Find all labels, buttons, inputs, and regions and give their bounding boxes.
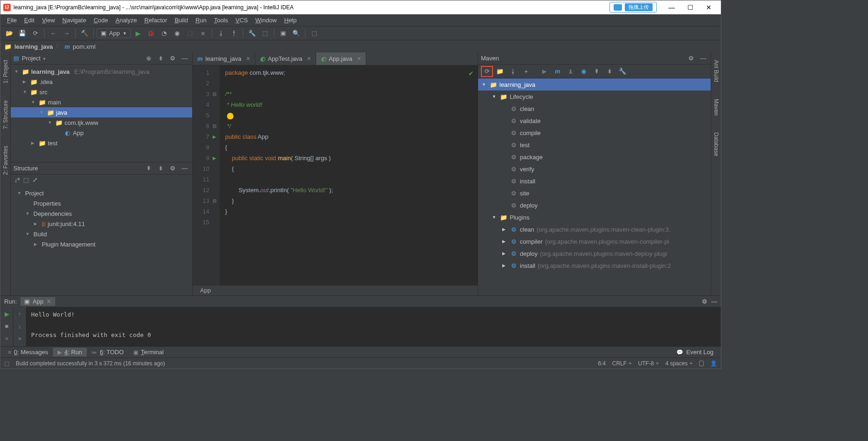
editor-gutter[interactable]: 123456789101112131415⊟⊟▶▶⊟: [193, 65, 220, 285]
sync-icon[interactable]: ⟳: [29, 28, 41, 39]
hide-panel-icon[interactable]: —: [180, 54, 189, 63]
structure-row[interactable]: Properties: [11, 198, 192, 208]
side-tab[interactable]: Ant Build: [712, 57, 720, 85]
skip-tests-icon[interactable]: ◉: [577, 66, 589, 77]
project-tree[interactable]: ▼📁learning_javaE:\ProgramBc\learning_jav…: [11, 65, 192, 162]
structure-row[interactable]: ▶|||junit:junit:4.11: [11, 219, 192, 229]
maven-row[interactable]: ⚙install: [478, 175, 711, 187]
side-tab[interactable]: Database: [712, 130, 720, 159]
settings-icon[interactable]: 🔧: [246, 28, 258, 39]
breadcrumb-root[interactable]: learning_java: [14, 43, 53, 50]
menu-tools[interactable]: Tools: [210, 15, 232, 25]
expand-icon[interactable]: ⇞: [144, 164, 153, 173]
read-only-lock-icon[interactable]: [699, 361, 704, 366]
open-icon[interactable]: 📂: [3, 28, 15, 39]
maven-row[interactable]: ⚙validate: [478, 115, 711, 127]
structure-row[interactable]: ▶Plugin Management: [11, 239, 192, 249]
file-encoding[interactable]: UTF-8 ÷: [638, 360, 659, 367]
window-minimize-button[interactable]: —: [662, 1, 681, 13]
maven-row[interactable]: ▼📁Lifecycle: [478, 91, 711, 103]
menu-file[interactable]: File: [3, 15, 20, 25]
coverage-icon[interactable]: ◔: [158, 28, 170, 39]
gear-icon[interactable]: ⚙: [168, 54, 177, 63]
gear-icon[interactable]: ⚙: [168, 164, 177, 173]
maven-row[interactable]: ⚙clean: [478, 103, 711, 115]
download-sources-icon[interactable]: ⭳: [507, 66, 519, 77]
maven-row[interactable]: ▶⚙install (org.apache.maven.plugins:mave…: [478, 259, 711, 272]
down-icon[interactable]: ↓: [15, 321, 25, 331]
profile-icon[interactable]: ◉: [171, 28, 183, 39]
hide-panel-icon[interactable]: —: [711, 298, 717, 305]
menu-run[interactable]: Run: [192, 15, 210, 25]
maven-settings-icon[interactable]: 🔧: [616, 66, 628, 77]
collapse-icon[interactable]: ⇟: [156, 164, 165, 173]
maven-row[interactable]: ⚙compile: [478, 127, 711, 139]
vcs-commit-icon[interactable]: ⭱: [228, 28, 240, 39]
caret-position[interactable]: 6:4: [598, 360, 606, 367]
close-icon[interactable]: ✕: [307, 56, 311, 62]
tree-row[interactable]: ▶📁test: [11, 138, 192, 148]
maven-row[interactable]: ▼📁Plugins: [478, 211, 711, 223]
execute-goal-icon[interactable]: m: [551, 66, 564, 77]
window-maximize-button[interactable]: ☐: [681, 1, 700, 13]
rerun-icon[interactable]: ▶: [2, 309, 12, 319]
save-all-icon[interactable]: 💾: [16, 28, 28, 39]
maven-row[interactable]: ▼📁learning_java: [478, 78, 711, 91]
tree-row[interactable]: ◐App: [11, 128, 192, 138]
bottom-tab[interactable]: ≔6: TODO: [87, 348, 129, 357]
add-maven-icon[interactable]: ＋: [520, 66, 532, 77]
ide-features-icon[interactable]: ⬚: [308, 28, 320, 39]
menu-help[interactable]: Help: [280, 15, 300, 25]
debug-button[interactable]: 🐞: [145, 28, 157, 39]
code-area[interactable]: ✔package com.tjk.www; /** * Hello world!…: [220, 65, 478, 285]
toggle-offline-icon[interactable]: ⫫: [564, 66, 577, 77]
run-tab[interactable]: ▣ App ✕: [20, 297, 55, 306]
status-icon[interactable]: ⬚: [4, 360, 9, 367]
structure-row[interactable]: ▼Build: [11, 229, 192, 239]
collapse-all-icon[interactable]: ⇞: [590, 66, 602, 77]
layout-icon[interactable]: »: [2, 333, 12, 343]
event-log-tab[interactable]: 💬 Event Log: [672, 348, 718, 357]
hide-panel-icon[interactable]: —: [180, 164, 189, 173]
tree-row[interactable]: ▼📁learning_javaE:\ProgramBc\learning_jav…: [11, 66, 192, 77]
menu-vcs[interactable]: VCS: [232, 15, 252, 25]
maven-row[interactable]: ⚙deploy: [478, 199, 711, 211]
editor-tab[interactable]: mlearning_java✕: [193, 52, 255, 65]
reimport-icon[interactable]: ⟳: [481, 66, 493, 77]
tree-row[interactable]: ▼📁com.tjk.www: [11, 117, 192, 128]
run-button[interactable]: ▶: [132, 28, 144, 39]
run-config-selector[interactable]: ▣ App ▼: [97, 28, 131, 38]
project-structure-icon[interactable]: ⬚: [259, 28, 271, 39]
maven-row[interactable]: ⚙package: [478, 151, 711, 163]
vcs-update-icon[interactable]: ⭳: [215, 28, 227, 39]
menu-window[interactable]: Window: [252, 15, 280, 25]
locate-icon[interactable]: ⊕: [144, 54, 153, 63]
menu-view[interactable]: View: [38, 15, 58, 25]
maven-row[interactable]: ⚙site: [478, 187, 711, 199]
stop-icon[interactable]: ■: [2, 321, 12, 331]
maven-row[interactable]: ▶⚙deploy (org.apache.maven.plugins:maven…: [478, 247, 711, 259]
close-icon[interactable]: ✕: [46, 298, 52, 305]
breadcrumb-file[interactable]: pom.xml: [73, 43, 96, 50]
close-icon[interactable]: ✕: [246, 56, 250, 62]
menu-navigate[interactable]: Navigate: [58, 15, 90, 25]
side-tab[interactable]: 7: Structure: [1, 97, 10, 132]
tree-row[interactable]: ▼📁src: [11, 87, 192, 97]
maven-row[interactable]: ⚙verify: [478, 163, 711, 175]
gear-icon[interactable]: ⚙: [687, 54, 696, 63]
run-console[interactable]: Hello World! Process finished with exit …: [26, 307, 721, 346]
line-separator[interactable]: CRLF ÷: [612, 360, 632, 367]
stop-button[interactable]: ■: [197, 28, 209, 39]
close-icon[interactable]: ✕: [357, 56, 361, 62]
expand-all-icon[interactable]: ⇟: [603, 66, 615, 77]
maven-row[interactable]: ▶⚙compiler (org.apache.maven.plugins:mav…: [478, 235, 711, 247]
expand-all-icon[interactable]: ⇟: [156, 54, 165, 63]
run-maven-icon[interactable]: ▶: [538, 66, 551, 77]
menu-analyze[interactable]: Analyze: [112, 15, 141, 25]
hector-icon[interactable]: 👤: [710, 360, 717, 367]
run-anything-icon[interactable]: ▣: [277, 28, 289, 39]
more-icon[interactable]: »: [15, 333, 25, 343]
bottom-tab[interactable]: ▶4: Run: [53, 348, 87, 357]
up-icon[interactable]: ↑: [15, 309, 25, 319]
side-tab[interactable]: Maven: [712, 96, 720, 118]
